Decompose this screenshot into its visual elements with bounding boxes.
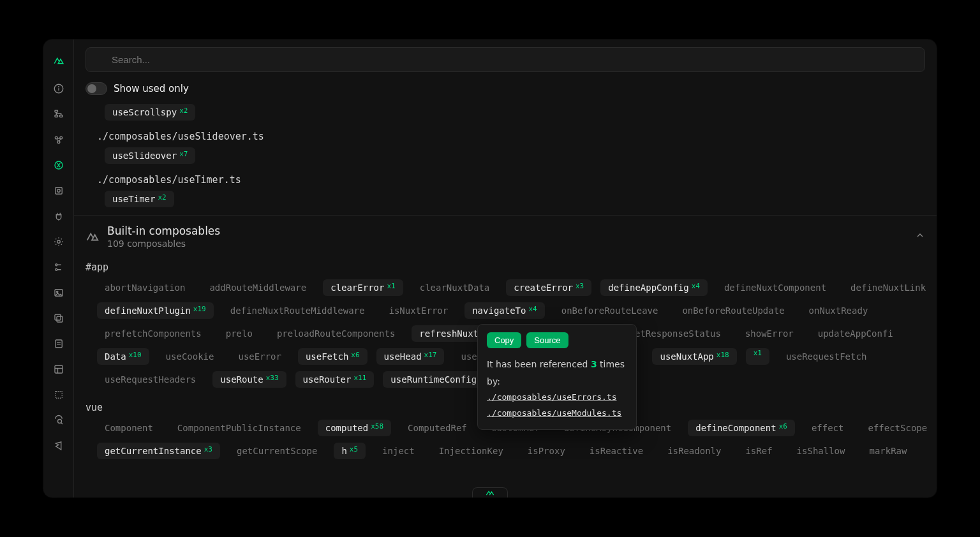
composable-chip[interactable]: useError (230, 348, 288, 365)
composable-chip[interactable]: computedx58 (318, 420, 391, 436)
composable-chip[interactable]: defineAppConfigx4 (600, 279, 708, 296)
reference-link[interactable]: ./composables/useErrors.ts (487, 390, 627, 406)
composable-chip[interactable]: useRequestFetch (778, 348, 874, 365)
nuxt-logo-icon (85, 230, 100, 244)
composable-chip[interactable]: navigateTox4 (464, 302, 545, 319)
composable-chip[interactable]: hx5 (334, 443, 366, 459)
sidebar-imports-icon[interactable] (48, 180, 70, 202)
composable-chip[interactable]: inject (375, 443, 422, 459)
composable-chip[interactable]: Datax10 (97, 348, 149, 365)
composable-chip[interactable]: effect (804, 420, 852, 436)
composable-chip[interactable]: useSlideoverx7 (105, 147, 195, 164)
composable-chip[interactable]: useFetchx6 (298, 348, 368, 365)
composable-chip[interactable]: clearNuxtData (412, 279, 498, 296)
composable-chip[interactable]: useCookie (158, 348, 222, 365)
sidebar-image-icon[interactable] (48, 282, 70, 304)
composable-chip[interactable]: isRef (738, 443, 780, 459)
usage-count: x4 (528, 305, 537, 313)
sidebar-routes-icon[interactable] (48, 103, 70, 125)
composable-chip[interactable]: defineComponentx6 (688, 420, 795, 436)
composable-chip[interactable]: onBeforeRouteUpdate (674, 302, 792, 319)
composable-chip[interactable]: isShallow (789, 443, 853, 459)
section-subtitle: 109 composables (107, 239, 220, 249)
composable-chip[interactable]: useRouterx11 (295, 371, 375, 388)
composable-chip[interactable]: ComponentPublicInstance (170, 420, 309, 436)
devtools-toggle-tab[interactable] (472, 487, 508, 497)
composable-chip[interactable]: useHeadx17 (376, 348, 445, 365)
usage-count: x1 (754, 349, 762, 357)
composable-chip[interactable]: useRoutex33 (212, 371, 286, 388)
file-path: ./composables/useTimer.ts (74, 172, 937, 191)
sidebar-stack-icon[interactable] (48, 307, 70, 329)
composable-chip[interactable]: effectScope (860, 420, 935, 436)
usage-count: x2 (158, 193, 166, 202)
search-input[interactable] (85, 47, 925, 72)
composable-chip[interactable]: updateAppConfi (810, 325, 901, 342)
composable-chip[interactable]: prefetchComponents (97, 325, 209, 342)
composable-chip[interactable]: useRequestHeaders (97, 371, 204, 388)
nuxt-logo-icon[interactable] (48, 50, 70, 71)
composable-chip[interactable]: ComputedRef (400, 420, 475, 436)
composable-chip[interactable]: useNuxtAppx18 (652, 348, 736, 365)
sidebar-text-icon[interactable] (48, 384, 70, 406)
composable-chip[interactable]: getCurrentScope (229, 443, 325, 459)
composable-chip[interactable]: x1 (746, 348, 769, 365)
composable-chip[interactable]: markRaw (861, 443, 914, 459)
sidebar-components-icon[interactable] (48, 129, 70, 151)
reference-link[interactable]: ./composables/useModules.ts (487, 406, 627, 422)
usage-count: x10 (129, 351, 142, 359)
popover-count: 3 (591, 359, 597, 369)
svg-point-10 (57, 189, 60, 193)
sidebar-settings-icon[interactable] (48, 231, 70, 253)
composable-chip[interactable]: onBeforeRouteLeave (554, 302, 666, 319)
composable-chip[interactable]: defineNuxtRouteMiddleware (223, 302, 373, 319)
composable-chip[interactable]: onNuxtReady (801, 302, 876, 319)
composable-chip[interactable]: defineNuxtLink (843, 279, 933, 296)
usage-count: x18 (716, 351, 729, 359)
usage-count: x33 (266, 374, 279, 382)
composable-chip[interactable]: isReactive (582, 443, 651, 459)
sidebar-inspect-icon[interactable] (48, 409, 70, 431)
svg-rect-16 (55, 314, 61, 320)
sidebar-document-icon[interactable] (48, 333, 70, 355)
composable-chip[interactable]: isNuxtError (381, 302, 456, 319)
svg-rect-3 (55, 110, 58, 112)
composable-chip[interactable]: showError (738, 325, 801, 342)
source-button[interactable]: Source (526, 332, 568, 348)
composable-chip[interactable]: defineNuxtPluginx19 (97, 302, 214, 319)
group-heading: #app (74, 255, 937, 279)
sidebar-data-icon[interactable] (48, 256, 70, 278)
sidebar-composables-icon[interactable] (48, 154, 70, 176)
composable-chip[interactable]: preloadRouteComponents (269, 325, 403, 342)
sidebar-layout-icon[interactable] (48, 358, 70, 380)
show-used-only-toggle[interactable] (85, 82, 107, 95)
composable-chip[interactable]: useScrollspyx2 (105, 104, 195, 121)
chevron-up-icon (915, 230, 925, 243)
composable-chip[interactable]: clearErrorx1 (323, 279, 403, 296)
composable-chip[interactable]: useTimerx2 (105, 191, 174, 207)
svg-rect-4 (59, 115, 63, 117)
composable-chip[interactable]: getCurrentInstancex3 (97, 443, 220, 459)
toggle-label: Show used only (114, 83, 189, 94)
sidebar-vscode-icon[interactable] (48, 435, 70, 457)
composable-chip[interactable]: prelo (218, 325, 260, 342)
composable-chip[interactable]: defineNuxtComponent (716, 279, 834, 296)
composable-chip[interactable]: createErrorx3 (506, 279, 591, 296)
svg-point-2 (58, 87, 59, 87)
composable-chip[interactable]: Component (97, 420, 161, 436)
svg-rect-21 (55, 365, 63, 373)
copy-button[interactable]: Copy (487, 332, 521, 348)
svg-rect-5 (55, 115, 58, 117)
composable-chip[interactable]: isProxy (520, 443, 573, 459)
usage-count: x58 (371, 422, 383, 430)
builtin-section-header[interactable]: Built-in composables 109 composables (74, 215, 937, 255)
composable-chip[interactable]: InjectionKey (431, 443, 511, 459)
popover-text: It has been referenced (487, 359, 591, 369)
sidebar-info-icon[interactable] (48, 78, 70, 99)
sidebar-plugins-icon[interactable] (48, 205, 70, 227)
composable-chip[interactable]: setResponseStatus (622, 325, 729, 342)
composable-chip[interactable]: addRouteMiddleware (202, 279, 314, 296)
composable-chip[interactable]: abortNavigation (97, 279, 193, 296)
composable-chip[interactable]: isReadonly (660, 443, 729, 459)
usage-count: x6 (779, 422, 787, 430)
